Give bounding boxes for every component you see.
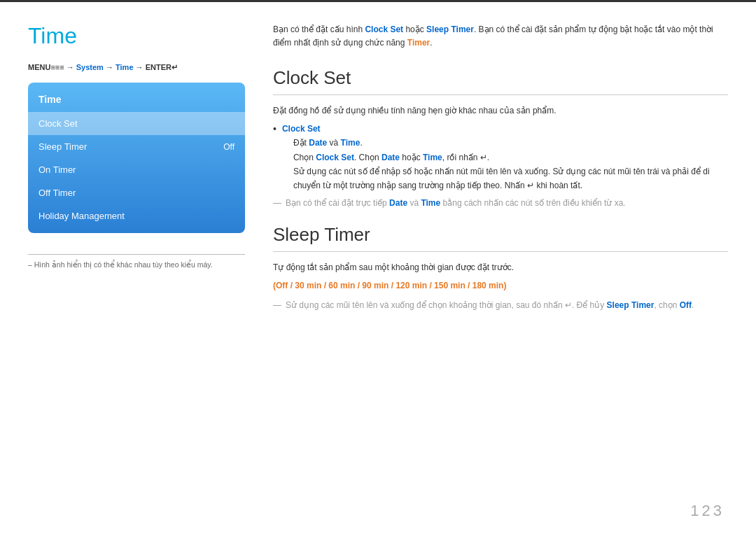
intro-sleep-timer: Sleep Timer [426, 24, 474, 34]
sleep-timer-note: — Sử dụng các mũi tên lên và xuống để ch… [273, 299, 728, 312]
menu-panel-title: Time [28, 88, 245, 112]
page-number: 123 [690, 502, 724, 520]
sleep-note-dash: — [273, 299, 281, 312]
menu-item-off-timer-label: Off Timer [38, 188, 76, 198]
section-body-sleep-timer: Tự động tắt sản phẩm sau một khoảng thời… [273, 260, 728, 312]
content-area: Time MENU≡≡≡ → System → Time → ENTER↵ Ti… [0, 2, 756, 534]
menu-item-sleep-timer-value: Off [223, 142, 234, 152]
clock-set-sub2: Chọn Clock Set. Chọn Date hoặc Time, rồi… [282, 150, 728, 164]
clock-set-sub1: Đặt Date và Time. [282, 136, 728, 150]
intro-clock-set: Clock Set [365, 24, 403, 34]
page-container: Time MENU≡≡≡ → System → Time → ENTER↵ Ti… [0, 0, 756, 534]
sleep-timer-note-text: Sử dụng các mũi tên lên và xuống để chọn… [286, 299, 694, 312]
footnote-left-text: – Hình ảnh hiển thị có thể khác nhau tùy… [28, 260, 213, 269]
menu-item-holiday-management-label: Holiday Management [38, 211, 125, 221]
menu-item-on-timer-label: On Timer [38, 164, 76, 175]
left-column: Time MENU≡≡≡ → System → Time → ENTER↵ Ti… [28, 23, 245, 520]
menu-item-holiday-management[interactable]: Holiday Management [28, 204, 245, 227]
menu-item-clock-set[interactable]: Clock Set [28, 112, 245, 135]
footnote-left: – Hình ảnh hiển thị có thể khác nhau tùy… [28, 254, 245, 269]
clock-set-note: — Bạn có thể cài đặt trực tiếp Date và T… [273, 197, 728, 210]
section-title-sleep-timer: Sleep Timer [273, 224, 728, 252]
sleep-timer-description: Tự động tắt sản phẩm sau một khoảng thời… [273, 260, 728, 274]
menu-panel: Time Clock Set Sleep Timer Off On Timer … [28, 83, 245, 233]
note-dash: — [273, 197, 281, 210]
page-title: Time [28, 23, 245, 49]
section-body-clock-set: Đặt đồng hồ để sử dụng nhiều tính năng h… [273, 104, 728, 210]
bullet-clock-set-content: Clock Set Đặt Date và Time. Chọn Clock S… [282, 122, 728, 193]
sleep-timer-options: (Off / 30 min / 60 min / 90 min / 120 mi… [273, 279, 728, 293]
clock-set-description: Đặt đồng hồ để sử dụng nhiều tính năng h… [273, 104, 728, 118]
right-column: Bạn có thể đặt cấu hình Clock Set hoặc S… [273, 23, 728, 520]
bullet-clock-set: • Clock Set Đặt Date và Time. Chọn Clock… [273, 122, 728, 193]
menu-item-sleep-timer-label: Sleep Timer [38, 141, 87, 152]
clock-set-note-text: Bạn có thể cài đặt trực tiếp Date và Tim… [286, 197, 626, 210]
bullet-dot: • [273, 122, 276, 136]
menu-item-sleep-timer[interactable]: Sleep Timer Off [28, 135, 245, 158]
menu-path-text: MENU≡≡≡ → System → Time → ENTER↵ [28, 63, 178, 71]
menu-path: MENU≡≡≡ → System → Time → ENTER↵ [28, 63, 245, 72]
menu-item-off-timer[interactable]: Off Timer [28, 181, 245, 204]
intro-text: Bạn có thể đặt cấu hình Clock Set hoặc S… [273, 23, 728, 50]
menu-item-clock-set-label: Clock Set [38, 118, 78, 129]
intro-timer: Timer [407, 38, 430, 48]
section-title-clock-set: Clock Set [273, 67, 728, 95]
bullet-clock-set-label: Clock Set [282, 124, 321, 134]
menu-item-on-timer[interactable]: On Timer [28, 158, 245, 181]
clock-set-sub3: Sử dụng các nút số để nhập số hoặc nhấn … [282, 164, 728, 193]
